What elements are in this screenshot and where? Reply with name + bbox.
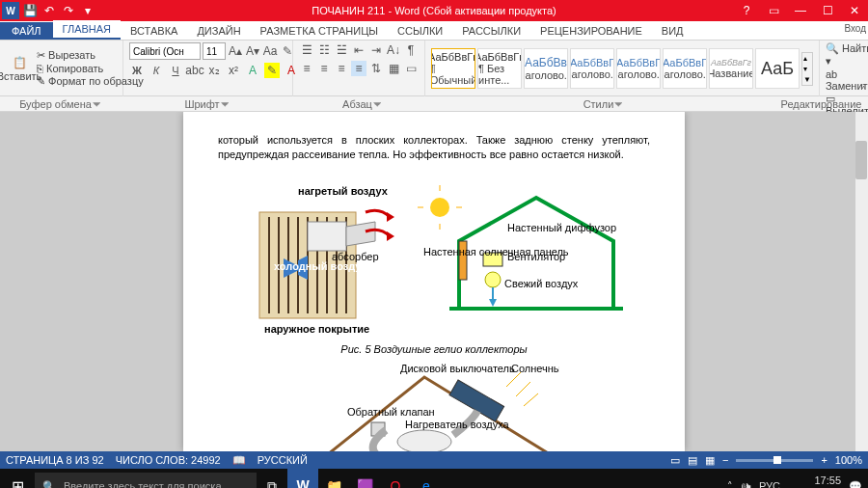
- font-name-select[interactable]: [129, 42, 201, 60]
- text-effects-icon[interactable]: A: [245, 63, 260, 78]
- svg-line-36: [506, 372, 521, 387]
- close-icon[interactable]: ✕: [841, 0, 868, 21]
- print-layout-icon[interactable]: ▤: [688, 454, 697, 467]
- multilevel-icon[interactable]: ☱: [334, 42, 349, 58]
- style-heading2[interactable]: АаБбВвГЗаголово...: [570, 48, 614, 89]
- indent-inc-icon[interactable]: ⇥: [368, 42, 384, 58]
- tab-home[interactable]: ГЛАВНАЯ: [53, 20, 121, 40]
- scrollbar-vertical[interactable]: [854, 112, 868, 451]
- ribbon-options-icon[interactable]: ▭: [760, 0, 787, 21]
- collapse-ribbon-icon[interactable]: ˄: [861, 85, 866, 95]
- word-count[interactable]: ЧИСЛО СЛОВ: 24992: [116, 454, 221, 466]
- tab-file[interactable]: ФАЙЛ: [0, 22, 53, 40]
- svg-line-38: [524, 393, 538, 406]
- shading-icon[interactable]: ▦: [386, 61, 401, 76]
- notifications-icon[interactable]: 💬: [849, 480, 862, 489]
- taskbar-word-icon[interactable]: W: [287, 469, 318, 488]
- start-button[interactable]: ⊞: [0, 469, 35, 488]
- tab-insert[interactable]: ВСТАВКА: [121, 22, 187, 40]
- zoom-level[interactable]: 100%: [835, 454, 862, 466]
- redo-icon[interactable]: ↷: [60, 2, 77, 19]
- change-case-icon[interactable]: Aa: [262, 43, 278, 59]
- bold-icon[interactable]: Ж: [129, 63, 145, 78]
- style-no-spacing[interactable]: АаБбВвГг,¶ Без инте...: [477, 48, 522, 89]
- find-button[interactable]: 🔍 Найти ▾: [826, 42, 868, 68]
- highlight-icon[interactable]: ✎: [264, 63, 280, 78]
- spellcheck-icon[interactable]: 📖: [232, 454, 246, 467]
- subscript-icon[interactable]: x₂: [206, 63, 222, 78]
- zoom-in-icon[interactable]: +: [821, 454, 827, 466]
- italic-icon[interactable]: К: [149, 63, 164, 78]
- save-icon[interactable]: 💾: [21, 2, 39, 19]
- search-placeholder: Введите здесь текст для поиска: [64, 480, 222, 488]
- align-center-icon[interactable]: ≡: [316, 61, 332, 76]
- svg-rect-10: [308, 222, 346, 251]
- tray-network-icon[interactable]: 🕪: [741, 480, 751, 488]
- font-label: Шрифт: [184, 98, 219, 110]
- app-icon[interactable]: W: [2, 2, 19, 19]
- tab-layout[interactable]: РАЗМЕТКА СТРАНИЦЫ: [251, 22, 388, 40]
- style-heading4[interactable]: АаБбВвГЗаголово...: [663, 48, 707, 89]
- clipboard-launcher[interactable]: ⏷: [92, 98, 103, 110]
- task-view-icon[interactable]: ⧉: [257, 469, 287, 488]
- page-indicator[interactable]: СТРАНИЦА 8 ИЗ 92: [6, 454, 104, 466]
- paste-button[interactable]: 📋 Вставить: [6, 55, 33, 82]
- style-subtitle[interactable]: АаБ: [755, 48, 800, 89]
- qat-more-icon[interactable]: ▾: [79, 2, 96, 19]
- minimize-icon[interactable]: —: [787, 0, 814, 21]
- sort-icon[interactable]: A↓: [386, 42, 401, 58]
- justify-icon[interactable]: ≡: [351, 61, 366, 76]
- style-heading3[interactable]: АаБбВвГЗаголово...: [616, 48, 661, 89]
- align-right-icon[interactable]: ≡: [334, 61, 349, 76]
- strike-icon[interactable]: abc: [187, 63, 203, 78]
- tab-mailings[interactable]: РАССЫЛКИ: [452, 22, 530, 40]
- paragraph-launcher[interactable]: ⏷: [372, 98, 384, 110]
- tab-references[interactable]: ССЫЛКИ: [388, 22, 452, 40]
- tray-clock[interactable]: 17:55 11.12.2019: [788, 474, 841, 488]
- language-indicator[interactable]: РУССКИЙ: [258, 454, 308, 466]
- tab-review[interactable]: РЕЦЕНЗИРОВАНИЕ: [530, 22, 652, 40]
- maximize-icon[interactable]: ☐: [814, 0, 841, 21]
- grow-font-icon[interactable]: A▴: [228, 43, 243, 59]
- numbering-icon[interactable]: ☷: [316, 42, 332, 58]
- align-left-icon[interactable]: ≡: [299, 61, 314, 76]
- scroll-thumb[interactable]: [855, 141, 867, 179]
- tab-design[interactable]: ДИЗАЙН: [187, 22, 250, 40]
- shrink-font-icon[interactable]: A▾: [245, 43, 260, 59]
- bullets-icon[interactable]: ☰: [299, 42, 314, 58]
- tab-view[interactable]: ВИД: [652, 22, 693, 40]
- font-launcher[interactable]: ⏷: [220, 98, 231, 110]
- font-size-select[interactable]: [203, 42, 226, 60]
- page[interactable]: который используется в плоских коллектор…: [183, 112, 685, 451]
- clipboard-icon: 📋: [12, 55, 27, 70]
- undo-icon[interactable]: ↶: [41, 2, 58, 19]
- taskbar-search[interactable]: 🔍 Введите здесь текст для поиска: [35, 473, 257, 488]
- sign-in-link[interactable]: Вход: [844, 23, 866, 34]
- web-layout-icon[interactable]: ▦: [705, 454, 715, 467]
- line-spacing-icon[interactable]: ⇅: [368, 61, 384, 76]
- svg-text:Дисковой выключатель: Дисковой выключатель: [400, 363, 515, 374]
- help-icon[interactable]: ?: [733, 0, 760, 21]
- svg-point-20: [430, 198, 449, 217]
- tray-lang[interactable]: РУС: [759, 480, 780, 488]
- taskbar-edge-icon[interactable]: e: [411, 469, 442, 488]
- taskbar-app1-icon[interactable]: 🟪: [349, 469, 380, 488]
- zoom-out-icon[interactable]: −: [722, 454, 728, 466]
- read-mode-icon[interactable]: ▭: [670, 454, 680, 467]
- svg-marker-13: [387, 231, 394, 241]
- tray-up-icon[interactable]: ˄: [727, 480, 733, 489]
- borders-icon[interactable]: ▭: [403, 61, 419, 76]
- show-marks-icon[interactable]: ¶: [403, 42, 419, 58]
- style-title[interactable]: АаБбВвГгНазвание: [709, 48, 753, 89]
- indent-dec-icon[interactable]: ⇤: [351, 42, 366, 58]
- taskbar-opera-icon[interactable]: O: [380, 469, 411, 488]
- styles-more-button[interactable]: ▴▾▼: [801, 52, 813, 86]
- style-heading1[interactable]: АаБбВвЗаголово...: [524, 48, 568, 89]
- paragraph-label: Абзац: [342, 98, 372, 110]
- style-normal[interactable]: АаБбВвГг,¶ Обычный: [431, 48, 475, 89]
- zoom-slider[interactable]: [736, 459, 813, 462]
- taskbar-explorer-icon[interactable]: 📁: [318, 469, 349, 488]
- underline-icon[interactable]: Ч: [168, 63, 183, 78]
- superscript-icon[interactable]: x²: [226, 63, 241, 78]
- styles-launcher[interactable]: ⏷: [613, 98, 625, 110]
